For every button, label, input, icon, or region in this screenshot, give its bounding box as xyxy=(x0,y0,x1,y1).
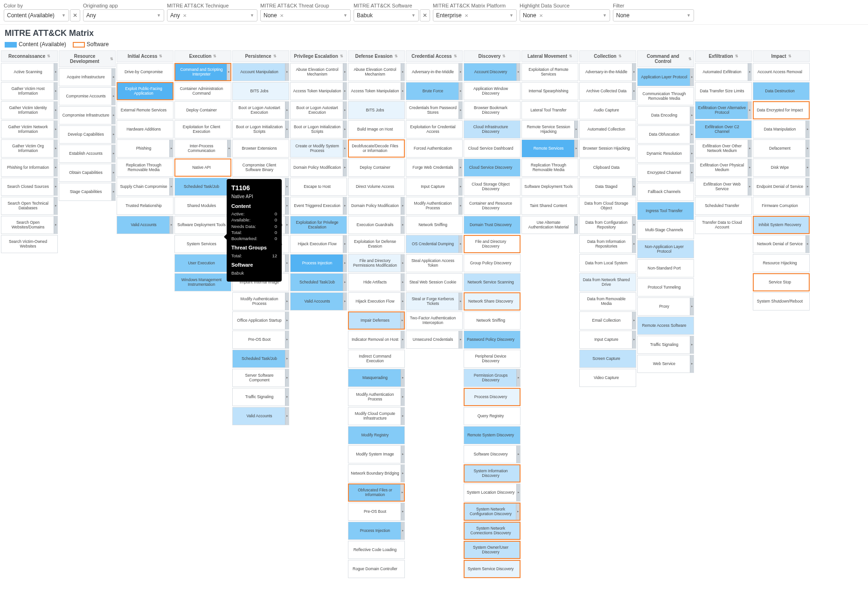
technique-cell[interactable]: Masquerading▸ xyxy=(348,369,405,387)
expand-subtechniques-icon[interactable]: ▸ xyxy=(632,178,636,195)
technique-cell[interactable]: Clipboard Data xyxy=(579,159,636,177)
technique-cell[interactable]: Use Alternate Authentication Material▸ xyxy=(521,216,578,234)
expand-subtechniques-icon[interactable]: ▸ xyxy=(748,140,751,157)
technique-cell[interactable]: Direct Volume Access xyxy=(348,178,405,196)
expand-subtechniques-icon[interactable]: ▸ xyxy=(111,126,115,143)
technique-cell[interactable]: Reflective Code Loading xyxy=(348,541,405,559)
tactic-header[interactable]: Collection⇅ xyxy=(579,50,636,62)
technique-cell[interactable]: Container Administration Command xyxy=(174,82,231,100)
technique-cell[interactable]: System Service Discovery xyxy=(464,560,521,578)
technique-cell[interactable]: Cloud Infrastructure Discovery xyxy=(464,120,521,138)
expand-subtechniques-icon[interactable]: ▸ xyxy=(401,63,404,81)
technique-cell[interactable]: Communication Through Removable Media xyxy=(637,87,694,105)
technique-cell[interactable]: Steal or Forge Kerberos Tickets▸ xyxy=(406,292,463,310)
clear-chip-icon[interactable]: ✕ xyxy=(183,13,187,18)
technique-cell[interactable]: Dynamic Resolution▸ xyxy=(637,145,694,163)
technique-cell[interactable]: Data from Local System xyxy=(579,254,636,272)
expand-subtechniques-icon[interactable]: ▸ xyxy=(343,102,347,119)
technique-cell[interactable]: System Location Discovery▸ xyxy=(464,483,521,502)
expand-subtechniques-icon[interactable]: ▸ xyxy=(343,197,347,214)
technique-cell[interactable]: Data Manipulation▸ xyxy=(753,120,810,138)
sort-icon[interactable]: ⇅ xyxy=(502,54,506,58)
expand-subtechniques-icon[interactable]: ▸ xyxy=(227,140,231,157)
technique-cell[interactable]: Obfuscated Files or Information▸ xyxy=(348,483,405,502)
expand-subtechniques-icon[interactable]: ▸ xyxy=(343,159,347,176)
expand-subtechniques-icon[interactable]: ▸ xyxy=(458,63,462,81)
tactic-header[interactable]: Credential Access⇅ xyxy=(406,50,463,62)
technique-cell[interactable]: Steal Application Access Token xyxy=(406,254,463,272)
expand-subtechniques-icon[interactable]: ▸ xyxy=(574,121,578,138)
technique-cell[interactable]: Credentials from Password Stores▸ xyxy=(406,101,463,119)
technique-cell[interactable]: Browser Bookmark Discovery xyxy=(464,101,521,119)
technique-cell[interactable]: Traffic Signaling▸ xyxy=(637,336,694,354)
technique-cell[interactable]: Taint Shared Content xyxy=(521,197,578,215)
technique-cell[interactable]: Modify Registry xyxy=(348,426,405,444)
technique-cell[interactable]: Network Service Scanning xyxy=(464,273,521,291)
expand-subtechniques-icon[interactable]: ▸ xyxy=(516,63,520,81)
technique-cell[interactable]: Modify Cloud Compute Infrastructure▸ xyxy=(348,407,405,425)
expand-subtechniques-icon[interactable]: ▸ xyxy=(285,216,289,234)
technique-cell[interactable]: System Shutdown/Reboot xyxy=(753,292,810,310)
expand-subtechniques-icon[interactable]: ▸ xyxy=(458,293,462,310)
technique-cell[interactable]: Scheduled Task/Job▸ xyxy=(290,273,347,291)
technique-cell[interactable]: Service Stop xyxy=(753,273,810,291)
expand-subtechniques-icon[interactable]: ▸ xyxy=(458,197,462,214)
expand-subtechniques-icon[interactable]: ▸ xyxy=(401,197,404,214)
technique-cell[interactable]: Domain Policy Modification▸ xyxy=(348,197,405,215)
sort-icon[interactable]: ⇅ xyxy=(454,54,457,58)
technique-cell[interactable]: Gather Victim Host Information▸ xyxy=(1,82,58,100)
technique-cell[interactable]: Command and Scripting Interpreter▸ xyxy=(174,63,231,81)
technique-cell[interactable]: System Information Discovery xyxy=(464,464,521,483)
technique-cell[interactable]: Browser Session Hijacking xyxy=(579,139,636,158)
technique-cell[interactable]: Account Manipulation▸ xyxy=(232,63,289,81)
technique-cell[interactable]: Automated Exfiltration▸ xyxy=(695,63,752,81)
technique-cell[interactable]: System Services▸ xyxy=(174,235,231,253)
filter-select[interactable]: Babuk▼ xyxy=(354,9,419,21)
expand-subtechniques-icon[interactable]: ▸ xyxy=(632,312,636,329)
expand-subtechniques-icon[interactable]: ▸ xyxy=(400,484,404,501)
expand-subtechniques-icon[interactable]: ▸ xyxy=(401,388,404,406)
technique-cell[interactable]: Establish Accounts▸ xyxy=(59,145,116,163)
technique-cell[interactable]: Data from Removable Media xyxy=(579,292,636,310)
technique-cell[interactable]: Search Open Technical Databases▸ xyxy=(1,197,58,215)
tactic-header[interactable]: Persistence⇅ xyxy=(232,50,289,62)
technique-cell[interactable]: Forge Web Credentials▸ xyxy=(406,159,463,177)
filter-select[interactable]: None▼ xyxy=(613,9,694,21)
technique-cell[interactable]: Gather Victim Network Information▸ xyxy=(1,120,58,138)
sort-icon[interactable]: ⇅ xyxy=(340,54,343,58)
technique-cell[interactable]: Execution Guardrails▸ xyxy=(348,216,405,234)
clear-filter-button[interactable]: ✕ xyxy=(70,9,80,21)
technique-cell[interactable]: Data Transfer Size Limits xyxy=(695,82,752,100)
technique-cell[interactable]: Screen Capture xyxy=(579,350,636,368)
clear-filter-button[interactable]: ✕ xyxy=(420,9,430,21)
technique-cell[interactable]: Software Discovery▸ xyxy=(464,445,521,463)
technique-cell[interactable]: Stage Capabilities▸ xyxy=(59,183,116,201)
expand-subtechniques-icon[interactable]: ▸ xyxy=(401,522,404,539)
expand-subtechniques-icon[interactable]: ▸ xyxy=(748,102,751,119)
technique-cell[interactable]: Exploitation for Defense Evasion xyxy=(348,235,405,253)
expand-subtechniques-icon[interactable]: ▸ xyxy=(401,331,404,348)
expand-subtechniques-icon[interactable]: ▸ xyxy=(285,63,289,81)
technique-cell[interactable]: Permission Groups Discovery▸ xyxy=(464,369,521,387)
tactic-header[interactable]: Command and Control⇅ xyxy=(637,50,694,67)
tactic-header[interactable]: Privilege Escalation⇅ xyxy=(290,50,347,62)
technique-cell[interactable]: Deobfuscate/Decode Files or Information xyxy=(348,139,405,158)
technique-cell[interactable]: Valid Accounts▸ xyxy=(117,216,174,234)
expand-subtechniques-icon[interactable]: ▸ xyxy=(574,140,578,157)
tactic-header[interactable]: Resource Development⇅ xyxy=(59,50,116,67)
technique-cell[interactable]: File and Directory Discovery xyxy=(464,235,521,253)
technique-cell[interactable]: Exploitation of Remote Services xyxy=(521,63,578,81)
technique-cell[interactable]: Network Denial of Service▸ xyxy=(753,235,810,253)
sort-icon[interactable]: ⇅ xyxy=(159,54,162,58)
technique-cell[interactable]: Supply Chain Compromise▸ xyxy=(117,178,174,196)
technique-cell[interactable]: System Network Configuration Discovery▸ xyxy=(464,503,521,521)
expand-subtechniques-icon[interactable]: ▸ xyxy=(516,504,520,520)
technique-cell[interactable]: Web Service▸ xyxy=(637,355,694,373)
expand-subtechniques-icon[interactable]: ▸ xyxy=(690,69,694,86)
tactic-header[interactable]: Discovery⇅ xyxy=(464,50,521,62)
tactic-header[interactable]: Defense Evasion⇅ xyxy=(348,50,405,62)
technique-cell[interactable]: Traffic Signaling▸ xyxy=(232,388,289,406)
technique-cell[interactable]: Audio Capture xyxy=(579,101,636,119)
technique-cell[interactable]: Replication Through Removable Media xyxy=(521,159,578,177)
technique-cell[interactable]: Hardware Additions xyxy=(117,120,174,138)
